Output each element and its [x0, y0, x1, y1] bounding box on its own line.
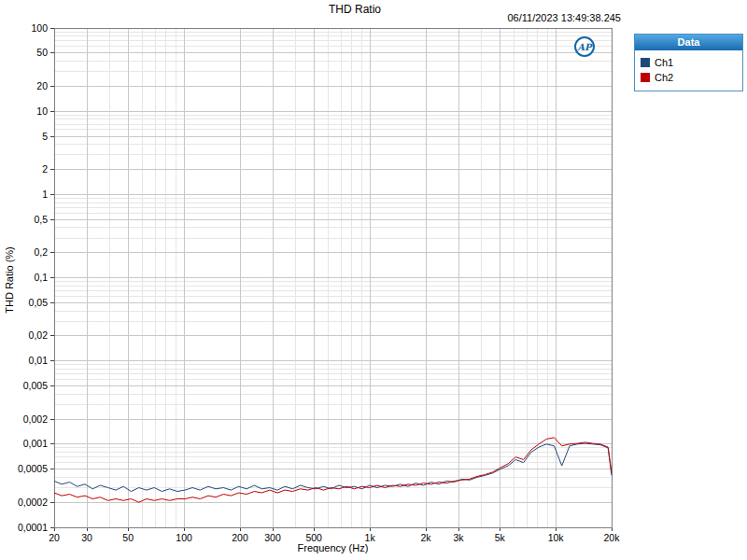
- y-tick-label: 0,02: [29, 329, 49, 341]
- legend-item-ch1[interactable]: Ch1: [641, 55, 737, 70]
- series-ch2-trace: [54, 438, 612, 502]
- legend-item-ch2-label: Ch2: [655, 72, 673, 83]
- legend-item-ch1-label: Ch1: [655, 57, 673, 68]
- y-tick-label: 0,05: [29, 297, 49, 308]
- y-tick-label: 0,2: [34, 246, 48, 258]
- legend-item-ch2[interactable]: Ch2: [641, 70, 737, 85]
- ap-logo-text: AP: [577, 42, 591, 52]
- ch2-color-swatch: [641, 73, 650, 82]
- y-tick-label: 50: [36, 47, 48, 58]
- y-tick-label: 0,001: [23, 438, 48, 449]
- legend-header: Data: [635, 35, 742, 50]
- y-tick-label: 1: [42, 189, 48, 200]
- ap-logo: AP: [574, 36, 595, 57]
- y-axis-label: THD Ratio (%): [4, 246, 15, 314]
- y-tick-label: 100: [31, 22, 48, 34]
- y-tick-label: 0,0002: [18, 497, 48, 508]
- y-tick-label: 5: [42, 131, 48, 142]
- series-ch1-trace: [54, 443, 612, 491]
- legend-panel: Data Ch1 Ch2: [634, 34, 743, 91]
- ch1-color-swatch: [641, 58, 650, 67]
- y-tick-label: 0,005: [23, 380, 48, 391]
- timestamp: 06/11/2023 13:49:38.245: [507, 12, 621, 23]
- y-tick-label: 0,5: [34, 214, 48, 225]
- y-tick-label: 20: [36, 80, 48, 91]
- y-tick-label: 0,0005: [18, 463, 48, 474]
- y-tick-label: 0,1: [34, 272, 48, 283]
- y-tick-label: 0,0001: [18, 522, 48, 533]
- y-tick-label: 0,01: [29, 355, 49, 366]
- y-tick-label: 2: [42, 163, 48, 175]
- y-tick-label: 10: [36, 105, 48, 117]
- graph-panel: 2030501002003005001k2k3k5k10k20k10050201…: [0, 0, 747, 560]
- legend-body: Ch1 Ch2: [635, 50, 742, 91]
- x-axis-label: Frequency (Hz): [54, 542, 612, 553]
- y-tick-label: 0,002: [23, 413, 48, 425]
